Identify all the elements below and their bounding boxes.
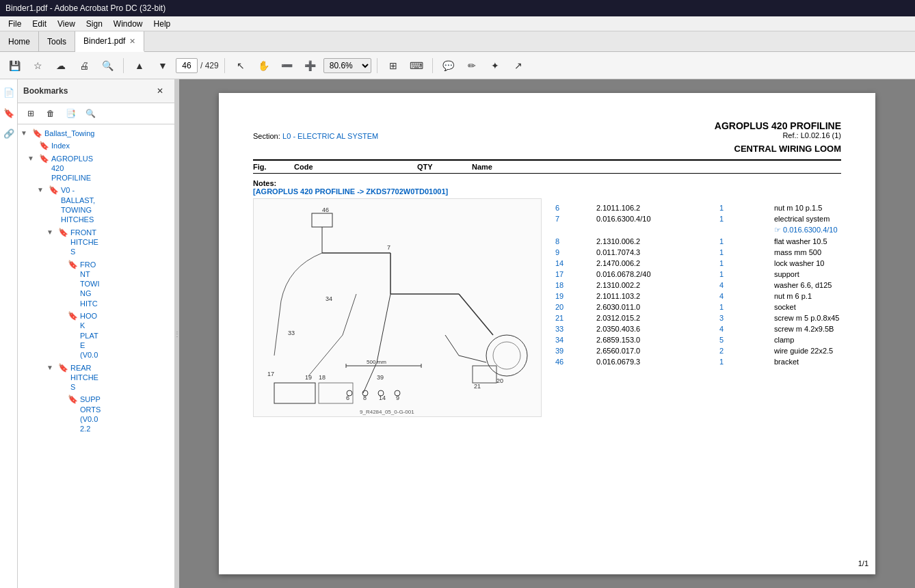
toggle-rear-hitches[interactable]: ▼ [47,364,56,371]
svg-rect-0 [254,198,541,417]
tab-bar: Home Tools Binder1.pdf ✕ [0,31,915,52]
pdf-page: AGROPLUS 420 PROFILINE Section: L0 - ELE… [219,93,875,574]
panel-icon-page[interactable]: 📄 [1,85,16,100]
fit-page-button[interactable]: ⊞ [383,56,403,75]
svg-text:39: 39 [377,374,384,381]
tab-tools[interactable]: Tools [39,31,75,51]
pdf-section-link[interactable]: L0 - ELECTRIC AL SYSTEM [282,132,378,140]
prev-page-button[interactable]: ▲ [129,56,150,75]
menu-file[interactable]: File [3,18,27,30]
svg-text:18: 18 [319,374,326,381]
svg-text:20: 20 [496,377,503,384]
toggle-hook-plate [56,312,66,319]
bookmark-icon-v0: 🔖 [49,185,59,195]
menu-window[interactable]: Window [108,18,148,30]
toggle-front-hitches[interactable]: ▼ [47,228,56,236]
col-name: Name [472,163,841,171]
bookmarks-tree: ▼ 🔖 Ballast_Towing 🔖 Index ▼ 🔖 AGROPLUS4… [18,124,174,588]
col-qty: QTY [417,163,472,171]
svg-text:9_R4284_05_0-G-001: 9_R4284_05_0-G-001 [360,409,414,415]
close-bookmarks-button[interactable]: ✕ [151,83,169,98]
panel-icon-bookmark[interactable]: 🔖 [1,105,16,120]
hand-tool[interactable]: ✋ [254,56,274,75]
bookmark-search-button[interactable]: 🔍 [81,106,99,121]
share-button[interactable]: ↗ [508,56,529,75]
bookmark-ballast-towing[interactable]: ▼ 🔖 Ballast_Towing [18,127,174,139]
tab-home[interactable]: Home [0,31,39,51]
bookmark-icon-agroplus: 🔖 [39,154,49,163]
toggle-ballast-towing[interactable]: ▼ [21,129,30,137]
separator-3 [377,58,377,73]
upload-button[interactable]: ☁ [51,56,71,75]
bookmarks-toolbar: ⊞ 🗑 📑 🔍 [18,103,174,124]
menu-view[interactable]: View [52,18,81,30]
bookmark-rear-hitches[interactable]: ▼ 🔖 REARHITCHES [18,362,174,394]
table-row-subentry: ☞ 0.016.6300.4/10 [555,224,841,236]
pdf-table-rows: 6 2.1011.106.2 1 nut m 10 p.1.5 7 0.016.… [555,202,841,367]
bookmark-label-front-towing: FRONTTOWINGHITC [80,260,100,308]
pdf-parts-list: 6 2.1011.106.2 1 nut m 10 p.1.5 7 0.016.… [555,198,841,417]
stamp-button[interactable]: ✦ [485,56,505,75]
bookmark-icon-hook-plate: 🔖 [68,311,78,321]
table-row: 7 0.016.6300.4/10 1 electrical system [555,213,841,224]
table-row: 19 2.1011.103.2 4 nut m 6 p.1 [555,291,841,302]
table-row: 14 2.1470.006.2 1 lock washer 10 [555,258,841,269]
bookmark-button[interactable]: ☆ [27,56,48,75]
cursor-tool[interactable]: ↖ [230,56,251,75]
menu-sign[interactable]: Sign [81,18,108,30]
search-button[interactable]: 🔍 [97,56,118,75]
save-button[interactable]: 💾 [4,56,25,75]
pdf-subtitle: CENTRAL WIRING LOOM [253,144,841,154]
zoom-out-button[interactable]: ➖ [277,56,297,75]
table-row: 39 2.6560.017.0 2 wire guide 22x2.5 [555,345,841,356]
next-page-button[interactable]: ▼ [152,56,173,75]
page-number: 1/1 [858,559,868,567]
bookmark-v0[interactable]: ▼ 🔖 V0 -BALLAST,TOWINGHITCHES [18,184,174,226]
table-row: 9 0.011.7074.3 1 mass mm 500 [555,247,841,258]
bookmark-hook-plate[interactable]: 🔖 HOOKPLATE(V0.0 [18,310,174,361]
bookmark-new-button[interactable]: 📑 [62,106,79,121]
bookmark-front-hitches[interactable]: ▼ 🔖 FRONTHITCHES [18,226,174,258]
comment-button[interactable]: 💬 [438,56,459,75]
bookmarks-title: Bookmarks [23,86,68,96]
bookmarks-panel: Bookmarks ✕ ⊞ 🗑 📑 🔍 ▼ 🔖 Ballast_Towing 🔖… [18,79,175,588]
bookmark-label-supports: SUPPORTS(V0.02.2 [80,395,101,433]
menu-help[interactable]: Help [148,18,176,30]
page-nav: / 429 [176,58,219,73]
svg-text:34: 34 [326,295,332,302]
bookmark-view-button[interactable]: ⊞ [22,106,40,121]
print-button[interactable]: 🖨 [74,56,94,75]
zoom-select[interactable]: 80.6% 50% 75% 100% 125% 150% [323,58,371,73]
tools-button[interactable]: ⌨ [406,56,427,75]
svg-text:33: 33 [288,330,295,336]
tab-close-icon[interactable]: ✕ [129,37,135,46]
pen-button[interactable]: ✏ [462,56,482,75]
toggle-agroplus[interactable]: ▼ [27,155,37,162]
bookmark-icon-rear-hitches: 🔖 [58,363,68,373]
pdf-notes: Notes: [AGROPLUS 420 PROFILINE -> ZKDS77… [253,179,841,196]
pdf-notes-link[interactable]: [AGROPLUS 420 PROFILINE -> ZKDS7702W0TD0… [253,187,448,196]
page-input[interactable] [176,58,198,73]
toggle-v0[interactable]: ▼ [37,186,47,193]
left-panel: 📄 🔖 🔗 [0,79,18,588]
table-row: 8 2.1310.006.2 1 flat washer 10.5 [555,236,841,247]
bookmark-label-index: Index [51,141,70,150]
bookmark-agroplus[interactable]: ▼ 🔖 AGROPLUS420PROFILINE [18,152,174,185]
bookmark-icon-index: 🔖 [39,141,49,150]
panel-icon-link[interactable]: 🔗 [1,126,16,141]
menu-edit[interactable]: Edit [27,18,52,30]
bookmark-front-towing[interactable]: 🔖 FRONTTOWINGHITC [18,258,174,310]
table-row: 46 0.016.0679.3 1 bracket [555,356,841,367]
bookmark-delete-button[interactable]: 🗑 [42,106,59,121]
bookmark-supports[interactable]: 🔖 SUPPORTS(V0.02.2 [18,393,174,435]
bookmark-icon-supports: 🔖 [68,395,78,404]
pdf-area[interactable]: AGROPLUS 420 PROFILINE Section: L0 - ELE… [179,79,915,588]
pdf-section-label: Section: [253,132,280,140]
bookmark-index[interactable]: 🔖 Index [18,139,174,152]
separator-4 [432,58,433,73]
zoom-in-button[interactable]: ➕ [300,56,321,75]
bookmark-label-front-hitches: FRONTHITCHES [70,228,98,257]
menu-bar: File Edit View Sign Window Help [0,16,915,31]
svg-text:17: 17 [267,371,274,377]
tab-binder1[interactable]: Binder1.pdf ✕ [75,31,144,52]
